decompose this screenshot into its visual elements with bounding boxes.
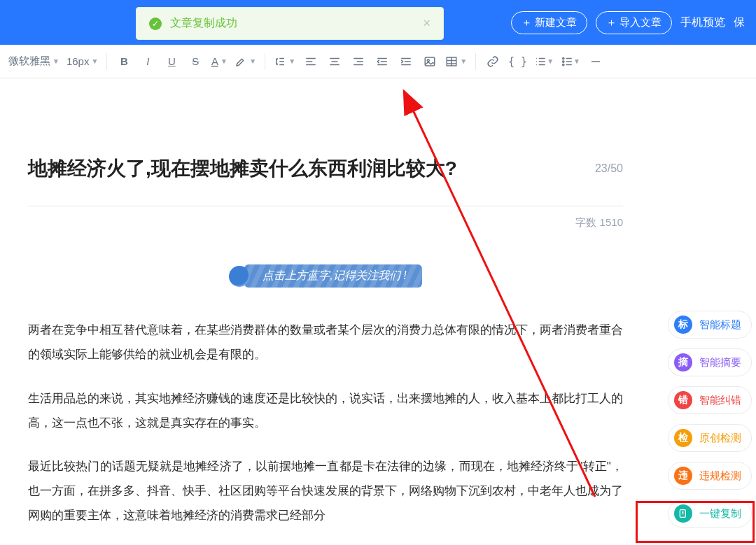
bold-button[interactable]: B [113,50,135,73]
chevron-down-icon: ▼ [460,57,467,65]
font-size-select[interactable]: 16px▼ [64,50,101,73]
smart-title-button[interactable]: 标智能标题 [668,311,752,339]
highlight-button[interactable]: ▼ [232,50,259,73]
plus-icon: ＋ [522,16,532,29]
indent-decrease-button[interactable] [371,50,393,73]
violation-check-button[interactable]: 违违规检测 [668,462,752,490]
italic-button[interactable]: I [136,50,159,73]
font-family-label: 微软雅黑 [8,55,50,68]
paragraph: 最近比较热门的话题无疑就是地摊经济了，以前摆地摊一直都是卡在法律的边缘，而现在，… [28,455,623,528]
banner-wrap: 点击上方蓝字,记得关注我们 ! [28,264,623,288]
svg-point-4 [563,60,564,62]
chevron-down-icon: ▼ [91,57,98,65]
summary-icon: 摘 [674,353,692,371]
check-icon: ✓ [149,17,162,30]
save-button[interactable]: 保 [734,15,745,30]
chevron-down-icon: ▼ [52,57,59,65]
follow-banner: 点击上方蓝字,记得关注我们 ! [229,264,421,288]
strikethrough-button[interactable]: S [184,50,206,73]
chip-label: 智能摘要 [699,356,741,369]
side-panel: 标智能标题 摘智能摘要 错智能纠错 检原创检测 违违规检测 一键复制 [668,311,752,528]
new-article-label: 新建文章 [535,16,577,29]
new-article-button[interactable]: ＋新建文章 [511,11,587,34]
smart-correct-button[interactable]: 错智能纠错 [668,386,752,414]
code-button[interactable]: { } [505,50,530,73]
chevron-down-icon: ▼ [547,57,554,65]
smart-summary-button[interactable]: 摘智能摘要 [668,348,752,376]
chip-label: 违规检测 [699,469,741,483]
divider [28,206,623,206]
chevron-down-icon: ▼ [573,57,580,65]
paragraph: 两者在竞争中相互替代意味着，在某些消费群体的数量或者某个层次的消费力总体有限的情… [28,318,623,367]
toast-message: 文章复制成功 [170,16,237,31]
article-content[interactable]: 两者在竞争中相互替代意味着，在某些消费群体的数量或者某个层次的消费力总体有限的情… [28,318,623,528]
chip-label: 一键复制 [699,507,741,521]
link-button[interactable] [482,50,504,73]
align-left-button[interactable] [300,50,322,73]
chip-label: 智能纠错 [699,394,741,407]
plus-icon: ＋ [606,16,617,29]
close-icon[interactable]: × [423,16,430,31]
mobile-preview-button[interactable]: 手机预览 [680,15,725,30]
indent-increase-button[interactable] [395,50,417,73]
word-count: 字数 1510 [28,216,623,229]
unordered-list-button[interactable]: ▼ [558,50,583,73]
line-height-button[interactable]: ▼ [271,50,298,73]
chevron-down-icon: ▼ [288,57,295,65]
original-check-button[interactable]: 检原创检测 [668,424,752,452]
editor-toolbar: 微软雅黑▼ 16px▼ B I U S A▼ ▼ ▼ ▼ { } ▼ ▼ [0,45,756,78]
banner-dot-icon [229,266,250,287]
underline-button[interactable]: U [160,50,183,73]
import-article-button[interactable]: ＋导入文章 [596,11,672,34]
copy-icon [674,504,692,523]
one-click-copy-button[interactable]: 一键复制 [668,500,752,528]
text-color-button[interactable]: A▼ [208,50,230,73]
hr-button[interactable] [584,50,607,73]
title-icon: 标 [674,316,692,334]
chevron-down-icon: ▼ [220,57,227,65]
font-family-select[interactable]: 微软雅黑▼ [6,50,62,73]
title-counter: 23/50 [595,162,623,175]
correct-icon: 错 [674,391,692,409]
check-icon: 检 [674,429,692,447]
success-toast: ✓ 文章复制成功 × [136,7,444,40]
chip-label: 智能标题 [699,318,741,332]
font-size-label: 16px [66,55,90,67]
top-bar: ✓ 文章复制成功 × ＋新建文章 ＋导入文章 手机预览 保 [0,0,756,45]
import-article-label: 导入文章 [620,16,662,29]
ordered-list-button[interactable]: ▼ [531,50,556,73]
article-title[interactable]: 地摊经济火了,现在摆地摊卖什么东西利润比较大? [28,155,595,182]
violation-icon: 违 [674,467,692,485]
paragraph: 生活用品总的来说，其实地摊经济赚钱的速度还是比较快的，说实话，出来摆地摊的人，收… [28,387,623,436]
chip-label: 原创检测 [699,432,741,445]
chevron-down-icon: ▼ [249,57,256,65]
svg-point-5 [563,64,564,65]
svg-point-3 [563,57,564,59]
title-row: 地摊经济火了,现在摆地摊卖什么东西利润比较大? 23/50 [28,155,623,182]
table-button[interactable]: ▼ [442,50,470,73]
align-center-button[interactable] [323,50,346,73]
separator [265,53,265,70]
image-button[interactable] [419,50,441,73]
align-right-button[interactable] [347,50,370,73]
separator [475,53,476,70]
banner-text: 点击上方蓝字,记得关注我们 ! [244,264,421,288]
svg-point-1 [427,59,429,62]
editor-area: 地摊经济火了,现在摆地摊卖什么东西利润比较大? 23/50 字数 1510 点击… [0,78,756,528]
separator [106,53,107,70]
svg-rect-0 [425,57,435,66]
